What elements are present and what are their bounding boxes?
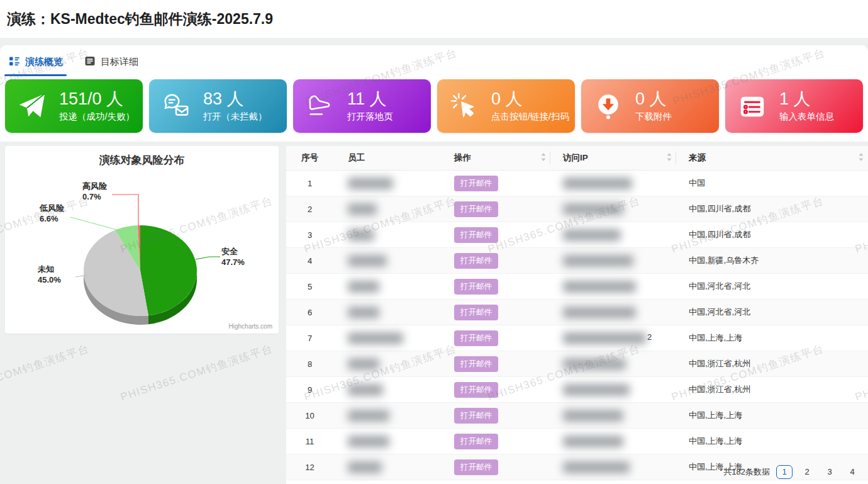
ip-cell: [550, 274, 676, 300]
tab-label: 目标详细: [101, 56, 138, 68]
table-row: 1打开邮件中国: [286, 171, 868, 196]
action-cell: 打开邮件: [447, 274, 550, 300]
employee-cell: [333, 429, 447, 454]
highcharts-credit[interactable]: Highcharts.com: [229, 323, 272, 330]
ip-cell: [550, 429, 676, 454]
open-mail-badge: 打开邮件: [454, 459, 498, 475]
risk-distribution-panel: 演练对象风险分布 安全47.7%未知45.0%低风险6.6%高风险0.7% Hi…: [5, 146, 279, 334]
serial-cell: 6: [286, 300, 333, 325]
document-icon: [84, 55, 96, 69]
sort-caret-icon[interactable]: [666, 152, 672, 164]
source-cell: 中国,上海,上海: [676, 325, 868, 351]
page-button-1[interactable]: 1: [776, 465, 793, 479]
table-header-row: 序号员工操作访问IP来源: [286, 146, 868, 171]
employee-cell: [333, 325, 447, 351]
ip-blur: [563, 436, 623, 447]
employee-cell: [333, 171, 447, 196]
open-mail-badge: 打开邮件: [454, 330, 498, 346]
serial-cell: 5: [286, 274, 333, 300]
source-cell: 中国,四川省,成都: [676, 222, 868, 248]
table-row: 2打开邮件中国,四川省,成都: [286, 196, 868, 222]
landing-page-icon: [306, 92, 335, 121]
ip-cell: [550, 248, 676, 274]
stat-value: 151/0 人: [59, 89, 135, 108]
tab-label: 演练概览: [25, 56, 63, 68]
action-cell: 打开邮件: [447, 429, 550, 454]
stat-label: 投递（成功/失败）: [59, 111, 135, 123]
table-row: 3打开邮件中国,四川省,成都: [286, 222, 868, 248]
tab-target-detail[interactable]: 目标详细: [84, 55, 138, 69]
source-cell: 中国,上海,上海: [676, 429, 868, 454]
action-cell: 打开邮件: [447, 248, 550, 274]
ip-blur: [563, 281, 636, 293]
employee-name-blur: [348, 229, 374, 241]
column-header-label: 来源: [689, 152, 706, 164]
page-button-2[interactable]: 2: [799, 465, 815, 479]
stat-label: 打开（未拦截）: [203, 111, 267, 123]
pie-data-label-低风险: 低风险6.6%: [39, 203, 65, 223]
risk-pie-chart: 安全47.7%未知45.0%低风险6.6%高风险0.7%: [5, 146, 279, 334]
table-row: 11打开邮件中国,上海,上海: [286, 429, 868, 454]
tab-drill-overview[interactable]: 演练概览: [9, 55, 63, 69]
column-header-label: 操作: [454, 152, 471, 164]
action-cell: 打开邮件: [447, 403, 550, 429]
serial-cell: 12: [286, 454, 333, 480]
employee-name-blur: [348, 358, 379, 370]
open-mail-badge: 打开邮件: [454, 253, 498, 269]
employee-name-blur: [348, 384, 383, 396]
sort-caret-icon[interactable]: [540, 152, 547, 164]
open-mail-badge: 打开邮件: [454, 176, 498, 191]
pagination: 共182条数据 1234: [723, 465, 860, 479]
open-mail-badge: 打开邮件: [454, 201, 498, 217]
column-header-serial: 序号: [286, 146, 333, 171]
source-cell: 中国,河北省,河北: [676, 300, 868, 325]
ip-blur: [563, 332, 646, 344]
source-cell: 中国,河北省,河北: [676, 274, 868, 300]
click-cursor-icon: [450, 92, 479, 121]
ip-cell: [550, 222, 676, 248]
ip-blur: [563, 461, 630, 473]
column-header-ip: 访问IP: [550, 146, 676, 171]
form-input-icon: [738, 92, 767, 121]
column-header-label: 访问IP: [563, 152, 588, 164]
employee-cell: [333, 300, 447, 325]
sort-caret-icon[interactable]: [858, 152, 864, 164]
stat-card-1: 151/0 人投递（成功/失败）: [5, 79, 143, 133]
open-mail-badge: 打开邮件: [454, 382, 498, 398]
stat-label: 点击按钮/链接/扫码: [491, 111, 569, 123]
serial-cell: 7: [286, 325, 333, 351]
ip-blur: [563, 384, 630, 396]
ip-cell: [550, 196, 676, 222]
pie-data-label-未知: 未知45.0%: [37, 264, 61, 284]
ip-cell: [550, 171, 676, 196]
table-row: 8打开邮件中国,浙江省,杭州: [286, 351, 868, 377]
ip-blur: [563, 229, 621, 241]
content-panel: 演练概览 目标详细 151/0 人投递（成功/失败）83 人打开（未拦截）11 …: [0, 45, 868, 142]
page-header: 演练：KS-Medtec钓鱼邮件演练-2025.7.9: [0, 0, 868, 38]
ip-cell: [550, 300, 676, 325]
ip-cell: [550, 403, 676, 429]
open-mail-badge: 打开邮件: [454, 227, 498, 243]
paper-plane-icon: [18, 92, 47, 121]
table-row: 10打开邮件中国,上海,上海: [286, 403, 868, 429]
source-cell: 中国,浙江省,杭州: [676, 351, 868, 377]
stat-cards-row: 151/0 人投递（成功/失败）83 人打开（未拦截）11 人打开落地页0 人点…: [5, 79, 863, 133]
employee-cell: [333, 403, 447, 429]
action-cell: 打开邮件: [447, 300, 550, 325]
serial-cell: 1: [286, 171, 333, 196]
stat-card-5: 0 人下载附件: [581, 79, 719, 133]
source-cell: 中国,新疆,乌鲁木齐: [676, 248, 868, 274]
page-button-3[interactable]: 3: [821, 465, 838, 479]
serial-cell: 4: [286, 248, 333, 274]
ip-blur: [563, 177, 632, 189]
active-tab-underline: [4, 74, 67, 76]
employee-cell: [333, 377, 447, 403]
employee-name-blur: [348, 436, 389, 447]
page-button-4[interactable]: 4: [844, 465, 860, 479]
employee-name-blur: [348, 307, 379, 318]
employee-name-blur: [348, 461, 382, 473]
stat-label: 输入表单信息: [779, 111, 834, 123]
ip-blur: [563, 255, 633, 267]
action-cell: 打开邮件: [447, 351, 550, 377]
ip-blur: [563, 307, 636, 318]
